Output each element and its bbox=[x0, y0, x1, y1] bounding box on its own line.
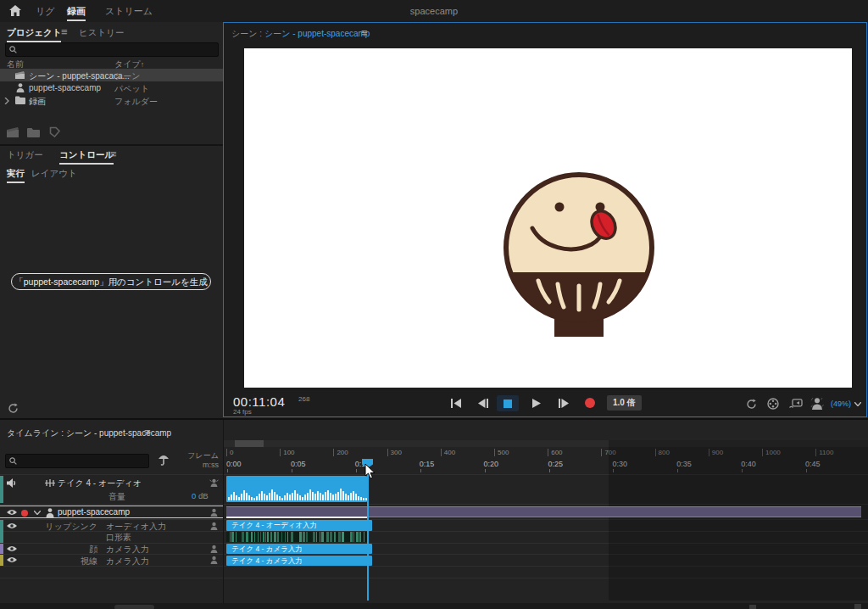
take-indicator-icon[interactable] bbox=[209, 556, 219, 564]
tab-history[interactable]: ヒストリー bbox=[79, 27, 124, 39]
generate-controls-button[interactable]: 「puppet-spacecamp」用のコントロールを生成 bbox=[11, 273, 211, 290]
scene-viewer-menu-icon[interactable]: ≡ bbox=[361, 29, 368, 37]
ruler-tick-mark bbox=[485, 469, 486, 472]
fps-label: 24 fps bbox=[233, 408, 252, 416]
scene-header-name[interactable]: シーン - puppet-spacecamp bbox=[264, 28, 370, 40]
project-row-puppet[interactable]: puppet-spacecamp パペット bbox=[0, 81, 223, 94]
playback-speed-button[interactable]: 1.0 倍 bbox=[607, 395, 642, 411]
play-button[interactable] bbox=[532, 399, 541, 408]
track-header-face[interactable]: 顔 カメラ入力 bbox=[0, 544, 223, 554]
eye-icon[interactable] bbox=[7, 509, 17, 516]
ruler-time-tick: 0:15 bbox=[420, 460, 435, 468]
gaze-camera-clip[interactable]: テイク 4 - カメラ入力 bbox=[226, 556, 372, 566]
viseme-bar[interactable] bbox=[226, 532, 367, 542]
next-frame-button[interactable] bbox=[559, 399, 569, 408]
controls-panel-menu-icon[interactable]: ≡ bbox=[110, 150, 117, 159]
reel-icon[interactable] bbox=[767, 398, 779, 410]
scene-icon bbox=[15, 71, 25, 79]
project-search-input[interactable] bbox=[5, 42, 219, 57]
track-header-gaze[interactable]: 視線 カメラ入力 bbox=[0, 555, 223, 566]
stop-button[interactable] bbox=[497, 395, 519, 411]
stage-canvas[interactable] bbox=[244, 48, 852, 388]
timecode[interactable]: 00:11:04 bbox=[233, 394, 285, 409]
puppet-character[interactable] bbox=[498, 159, 659, 345]
stop-icon bbox=[504, 399, 512, 408]
puppet-icon bbox=[46, 508, 54, 517]
tab-project[interactable]: プロジェクト bbox=[7, 27, 61, 39]
tab-triggers[interactable]: トリガー bbox=[7, 149, 43, 161]
tab-rig[interactable]: リグ bbox=[36, 5, 55, 18]
project-row-name: puppet-spacecamp bbox=[29, 83, 101, 92]
zoom-in-tracks-icon[interactable] bbox=[854, 604, 861, 609]
zoom-level[interactable]: (49%) bbox=[831, 399, 851, 408]
project-row-name: 録画 bbox=[29, 96, 46, 108]
new-scene-icon[interactable] bbox=[7, 127, 19, 137]
timeline-column-divider bbox=[223, 420, 224, 609]
volume-unit: dB bbox=[198, 491, 209, 500]
track-header-puppet[interactable]: puppet-spacecamp bbox=[0, 506, 223, 518]
mini-scrollbar-thumb[interactable] bbox=[235, 440, 264, 447]
previous-frame-button[interactable] bbox=[478, 399, 488, 408]
waveform-track-icon bbox=[45, 479, 55, 487]
playhead-line[interactable] bbox=[367, 462, 369, 601]
left-panel-stack: プロジェクト ≡ ヒストリー 名前 タイプ↑ シーン - puppet-spac… bbox=[0, 22, 223, 418]
refresh-icon[interactable] bbox=[8, 403, 19, 414]
track-header-audio[interactable]: テイク 4 - オーディオ 音量 0 dB bbox=[0, 476, 223, 503]
subtab-run[interactable]: 実行 bbox=[7, 168, 25, 180]
tag-icon[interactable] bbox=[49, 126, 60, 137]
mouse-cursor bbox=[364, 464, 376, 479]
audio-waveform bbox=[228, 487, 365, 500]
timeline-h-scrollbar[interactable] bbox=[0, 603, 868, 609]
ruler-tick-mark bbox=[356, 469, 357, 472]
chevron-down-icon[interactable] bbox=[854, 402, 861, 406]
record-arm-dot[interactable] bbox=[21, 510, 28, 517]
chevron-down-icon[interactable] bbox=[34, 511, 41, 515]
subtab-layout[interactable]: レイアウト bbox=[31, 168, 77, 180]
take-indicator-icon[interactable] bbox=[209, 508, 219, 517]
record-button[interactable] bbox=[585, 398, 595, 408]
go-to-start-button[interactable] bbox=[451, 399, 461, 408]
camera-preview-icon[interactable] bbox=[810, 397, 824, 410]
timeline-scene-name: シーン - puppet-spacecamp bbox=[66, 428, 171, 438]
take-indicator-icon[interactable] bbox=[209, 522, 219, 530]
face-camera-clip[interactable]: テイク 4 - カメラ入力 bbox=[226, 544, 372, 554]
chevron-right-icon[interactable] bbox=[4, 98, 9, 104]
tab-controls[interactable]: コントロール bbox=[59, 149, 114, 161]
volume-number[interactable]: 0 bbox=[192, 491, 196, 500]
timecode-frames: 268 bbox=[298, 395, 309, 403]
take-indicator-icon[interactable] bbox=[209, 545, 219, 553]
tab-stream[interactable]: ストリーム bbox=[105, 5, 153, 18]
top-bar: リグ 録画 ストリーム spacecamp bbox=[0, 0, 868, 22]
audio-clip[interactable] bbox=[226, 476, 367, 502]
project-panel-menu-icon[interactable]: ≡ bbox=[61, 28, 68, 36]
track-name-audio: テイク 4 - オーディオ bbox=[58, 478, 142, 489]
timeline-menu-icon[interactable]: ≡ bbox=[144, 428, 151, 437]
project-row-folder[interactable]: 録画 フォルダー bbox=[0, 94, 223, 107]
screen-share-icon[interactable] bbox=[789, 399, 803, 409]
timeline-panel: タイムライン : シーン - puppet-spacecamp ≡ フレーム m… bbox=[0, 418, 868, 609]
ruler-frame-tick: 500 bbox=[494, 449, 509, 456]
volume-label: 音量 bbox=[108, 491, 125, 503]
search-icon bbox=[9, 46, 17, 53]
track-header-lipsync[interactable]: リップシンク オーディオ入力 口形素 bbox=[0, 520, 223, 543]
volume-value[interactable]: 0 dB bbox=[192, 491, 209, 500]
home-icon[interactable] bbox=[9, 5, 21, 16]
lipsync-clip[interactable]: テイク 4 - オーディオ入力 bbox=[226, 520, 372, 531]
track-color-strip bbox=[0, 476, 3, 503]
timeline-title-prefix: タイムライン : bbox=[7, 428, 64, 438]
viseme-label: 口形素 bbox=[106, 532, 131, 544]
speaker-icon[interactable] bbox=[7, 478, 17, 488]
h-scrollbar-thumb[interactable] bbox=[114, 605, 154, 609]
new-folder-icon[interactable] bbox=[27, 127, 40, 137]
project-row-scene[interactable]: シーン - puppet-spacaca... シーン bbox=[0, 69, 223, 81]
project-row-type: パペット bbox=[114, 83, 149, 95]
zoom-out-tracks-icon[interactable] bbox=[749, 605, 756, 609]
scene-header-label: シーン : bbox=[231, 28, 262, 40]
loop-icon[interactable] bbox=[746, 399, 757, 410]
behavior-name: 顔 bbox=[0, 544, 97, 556]
tab-record[interactable]: 録画 bbox=[67, 5, 86, 18]
ruler-time-tick: 0:05 bbox=[291, 460, 306, 468]
ruler-frame-tick: 0 bbox=[226, 449, 233, 456]
ruler-frame-tick: 400 bbox=[441, 449, 455, 456]
take-indicator-icon[interactable] bbox=[209, 478, 219, 487]
